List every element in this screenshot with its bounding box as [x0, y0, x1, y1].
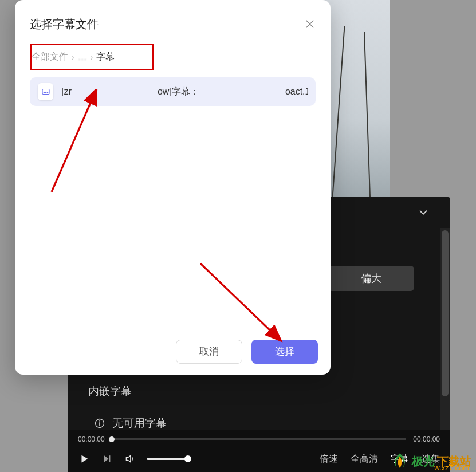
watermark-logo-icon	[390, 451, 410, 471]
subtitle-file-row[interactable]: [zr ow]字幕： oact.1998...	[30, 77, 316, 106]
chevron-right-icon: ›	[91, 53, 93, 62]
watermark-text-1: 极光	[412, 454, 435, 469]
select-button-label: 选择	[275, 345, 294, 358]
volume-slider[interactable]	[147, 458, 188, 460]
breadcrumb-current: 字幕	[96, 51, 115, 63]
breadcrumb-middle[interactable]: …	[78, 52, 87, 62]
no-subtitle-row: 无可用字幕	[94, 416, 167, 431]
font-size-option-large[interactable]: 偏大	[328, 266, 414, 291]
breadcrumb-highlight: 全部文件 › … › 字幕	[30, 44, 154, 70]
watermark-url: w.xz7.com	[434, 463, 469, 472]
embed-subtitle-heading: 内嵌字幕	[88, 384, 132, 399]
watermark: 极光 下载站 w.xz7.com	[390, 451, 471, 471]
scrollbar-thumb[interactable]	[442, 230, 449, 396]
next-icon[interactable]	[101, 453, 113, 465]
select-button[interactable]: 选择	[251, 340, 318, 364]
volume-thumb[interactable]	[184, 455, 191, 462]
speed-button[interactable]: 倍速	[320, 453, 338, 465]
chevron-down-icon[interactable]	[417, 206, 430, 219]
font-size-label: 偏大	[361, 272, 381, 285]
progress-track[interactable]	[112, 438, 407, 440]
subtitle-file-modal: 选择字幕文件 全部文件 › … › 字幕 [zr ow]字幕： oact.199…	[15, 0, 331, 375]
volume-icon[interactable]	[124, 453, 136, 465]
play-icon[interactable]	[78, 453, 91, 465]
time-current: 00:00:00	[78, 435, 105, 443]
breadcrumb: 全部文件 › … › 字幕	[32, 51, 146, 63]
cancel-button[interactable]: 取消	[176, 340, 242, 364]
breadcrumb-root[interactable]: 全部文件	[32, 51, 68, 63]
quality-button[interactable]: 全高清	[351, 453, 378, 465]
subtitle-file-name: [zr ow]字幕： oact.1998...	[61, 86, 308, 98]
time-total: 00:00:00	[413, 435, 440, 443]
subtitle-file-icon	[38, 83, 53, 100]
progress-thumb[interactable]	[109, 436, 115, 442]
modal-title: 选择字幕文件	[30, 17, 99, 32]
no-subtitle-text: 无可用字幕	[112, 416, 167, 431]
info-icon	[94, 418, 105, 429]
cancel-button-label: 取消	[199, 345, 219, 358]
chevron-right-icon: ›	[72, 53, 74, 62]
close-icon[interactable]	[304, 18, 316, 30]
svg-rect-3	[109, 455, 110, 462]
svg-rect-4	[42, 89, 49, 95]
